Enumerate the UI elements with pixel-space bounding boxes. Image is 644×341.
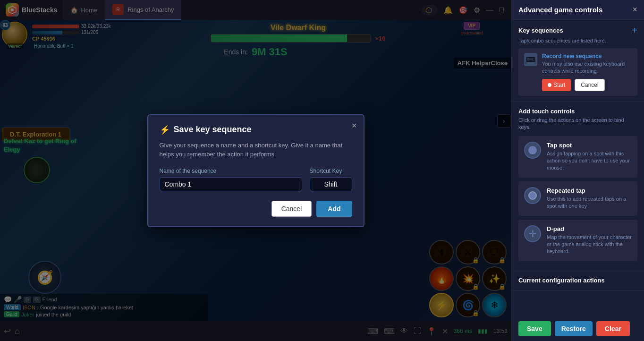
tap-spot-desc: Assign tapping on a spot with this actio… (547, 150, 632, 172)
record-new-sequence-box: ⌨ Record new sequence You may also use e… (518, 48, 637, 96)
repeated-tap-control[interactable]: Repeated tap Use this to add repeated ta… (518, 181, 637, 216)
config-title: Current configuration actions (518, 277, 637, 284)
repeated-tap-icon (524, 187, 541, 204)
shortcut-field-group: Shortcut Key (310, 168, 352, 191)
dpad-desc: Map the movement of your character or th… (547, 234, 632, 256)
dialog-title: ⚡ Save key sequence (160, 125, 352, 135)
add-button[interactable]: Add (316, 201, 352, 217)
dialog-actions: Cancel Add (160, 201, 352, 217)
dialog-icon: ⚡ (160, 125, 170, 135)
dpad-name: D-pad (547, 225, 632, 232)
touch-controls-section: Add touch controls Click or drag the act… (512, 102, 644, 271)
dialog-description: Give your sequence a name and a shortcut… (160, 141, 352, 159)
record-dot (548, 83, 551, 87)
game-area: BlueStacks 🏠 Home R Rings of Anarchy ⬡ 🔔… (0, 0, 511, 341)
cancel-button[interactable]: Cancel (271, 201, 312, 217)
repeated-tap-desc: Use this to add repeated taps on a spot … (547, 196, 632, 210)
section-header-keys: Key sequences + (518, 26, 637, 35)
key-sequences-desc: Tap/combo sequences are listed here. (518, 38, 637, 43)
dpad-symbol: ✛ (529, 228, 537, 239)
panel-header: Advanced game controls × (512, 0, 644, 20)
record-desc: You may also use existing keyboard contr… (542, 60, 632, 75)
sequence-name-input[interactable] (160, 177, 302, 191)
tap-spot-info: Tap spot Assign tapping on a spot with t… (547, 142, 632, 172)
record-title: Record new sequence (542, 53, 632, 60)
shortcut-key-input[interactable] (310, 177, 352, 191)
start-button[interactable]: Start (542, 79, 571, 91)
tap-spot-icon (524, 142, 541, 159)
name-label: Name of the sequence (160, 168, 302, 174)
modal-overlay: ⚡ Save key sequence × Give your sequence… (0, 0, 511, 341)
clear-button[interactable]: Clear (596, 321, 630, 336)
panel-actions: Save Restore Clear (512, 316, 644, 341)
name-field-group: Name of the sequence (160, 168, 302, 191)
repeated-tap-name: Repeated tap (547, 187, 632, 194)
record-info: Record new sequence You may also use exi… (542, 53, 632, 91)
restore-button[interactable]: Restore (555, 321, 593, 336)
tap-spot-name: Tap spot (547, 142, 632, 149)
shortcut-label: Shortcut Key (310, 168, 352, 174)
panel-close-button[interactable]: × (632, 5, 637, 15)
current-config-section: Current configuration actions (512, 271, 644, 291)
key-sequences-title: Key sequences (518, 27, 563, 34)
record-actions: Start Cancel (542, 79, 632, 91)
dialog-title-text: Save key sequence (174, 125, 252, 135)
dpad-icon: ✛ (524, 225, 541, 242)
panel-title: Advanced game controls (518, 6, 602, 14)
dpad-control[interactable]: ✛ D-pad Map the movement of your charact… (518, 220, 637, 261)
cancel-record-button[interactable]: Cancel (575, 79, 604, 91)
start-label: Start (553, 82, 565, 88)
tap-spot-control[interactable]: Tap spot Assign tapping on a spot with t… (518, 136, 637, 178)
repeated-tap-info: Repeated tap Use this to add repeated ta… (547, 187, 632, 210)
right-panel: Advanced game controls × Key sequences +… (511, 0, 644, 341)
add-sequence-button[interactable]: + (632, 26, 637, 35)
record-icon: ⌨ (524, 53, 537, 66)
save-key-sequence-dialog: ⚡ Save key sequence × Give your sequence… (147, 114, 364, 227)
keyboard-record-icon: ⌨ (526, 56, 535, 63)
key-sequences-section: Key sequences + Tap/combo sequences are … (512, 20, 644, 102)
save-button[interactable]: Save (518, 321, 551, 336)
touch-controls-desc: Click or drag the actions on the screen … (518, 117, 637, 131)
touch-controls-title: Add touch controls (518, 108, 637, 115)
dpad-info: D-pad Map the movement of your character… (547, 225, 632, 256)
dialog-fields: Name of the sequence Shortcut Key (160, 168, 352, 191)
dialog-close-button[interactable]: × (352, 121, 357, 131)
